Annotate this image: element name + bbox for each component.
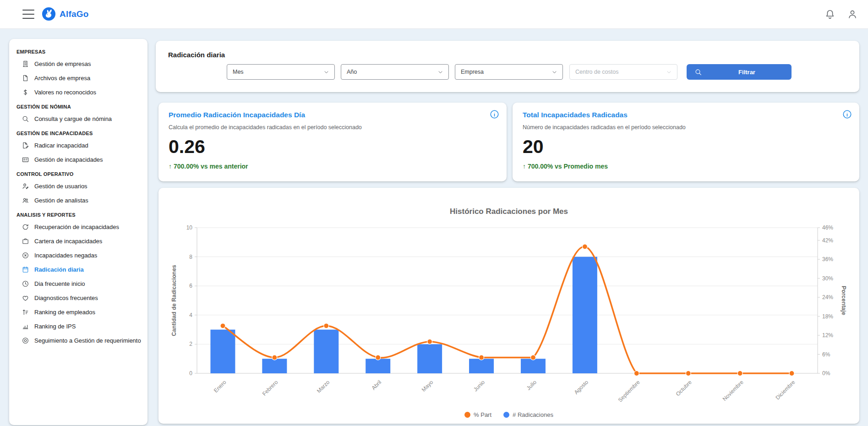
filtrar-button[interactable]: Filtrar <box>687 64 792 80</box>
legend-label: # Radicaciones <box>513 411 553 418</box>
sidebar-item-valores-no-reconocidos[interactable]: Valores no reconocidos <box>9 85 147 99</box>
search-icon <box>694 68 718 76</box>
hamburger-menu-icon[interactable] <box>22 10 34 19</box>
sidebar-item-gestion-de-usuarios[interactable]: Gestión de usuarios <box>9 179 147 193</box>
sidebar: EMPRESASGestión de empresasArchivos de e… <box>9 39 147 425</box>
clock-icon <box>22 280 29 288</box>
sidebar-item-label: Radicar incapacidad <box>34 142 88 149</box>
users-icon <box>22 197 29 204</box>
kpi-delta: ↑ 700.00% vs Promedio mes <box>523 163 608 170</box>
sidebar-item-label: Gestión de analistas <box>34 197 88 204</box>
legend-dot-icon <box>503 412 509 418</box>
sidebar-item-seguimiento-a-gestion-de-requerimiento[interactable]: Seguimiento a Gestión de requerimiento <box>9 333 147 348</box>
sidebar-item-diagnosticos-frecuentes[interactable]: Diagnosticos frecuentes <box>9 291 147 305</box>
sidebar-item-radicacion-diaria[interactable]: Radicación diaria <box>9 262 147 277</box>
sidebar-item-label: Gestión de incapacidades <box>34 156 103 163</box>
empresa-select[interactable]: Empresa <box>455 64 563 80</box>
heart-icon <box>22 294 29 302</box>
sidebar-item-label: Seguimiento a Gestión de requerimiento <box>34 337 141 344</box>
sidebar-item-label: Diagnosticos frecuentes <box>34 295 98 301</box>
empresa-select-value: Empresa <box>461 69 484 75</box>
user-avatar-icon[interactable] <box>847 9 858 20</box>
sidebar-item-label: Cartera de incapacidades <box>34 238 102 245</box>
sidebar-item-consulta-y-cargue-de-nomina[interactable]: Consulta y cargue de nómina <box>9 112 147 126</box>
sidebar-item-label: Ranking de empleados <box>34 309 95 316</box>
id-card-icon <box>22 156 29 164</box>
sidebar-item-recuperacion-de-incapacidades[interactable]: Recuperación de incapacidades <box>9 220 147 234</box>
info-icon[interactable] <box>842 109 852 120</box>
svg-text:8: 8 <box>189 254 192 260</box>
sidebar-item-label: Ranking de IPS <box>34 323 76 330</box>
sidebar-section-control-operativo: CONTROL OPERATIVO <box>9 167 147 179</box>
sidebar-item-archivos-de-empresa[interactable]: Archivos de empresa <box>9 71 147 85</box>
sidebar-item-label: Recuperación de incapacidades <box>34 224 119 230</box>
bar-chart-icon <box>22 322 29 330</box>
legend-item-part[interactable]: % Part <box>464 411 491 418</box>
search-icon <box>22 115 29 123</box>
sidebar-section-gestion-de-incapacidades: GESTIÓN DE INCAPACIDADES <box>9 126 147 138</box>
svg-text:30%: 30% <box>822 275 833 282</box>
svg-text:Febrero: Febrero <box>261 379 279 397</box>
calendar-icon <box>22 266 29 273</box>
file-icon <box>22 74 29 82</box>
sidebar-item-incapacidades-negadas[interactable]: Incapacidades negadas <box>9 248 147 262</box>
filtrar-button-label: Filtrar <box>718 69 792 76</box>
svg-text:Enero: Enero <box>213 379 228 394</box>
ano-select[interactable]: Año <box>341 64 449 80</box>
sidebar-item-label: Archivos de empresa <box>34 75 90 82</box>
centro-de-costos-placeholder: Centro de costos <box>575 69 619 75</box>
mes-select-value: Mes <box>233 69 244 75</box>
dollar-icon <box>22 88 29 96</box>
sidebar-item-dia-frecuente-inicio[interactable]: Dia frecuente inicio <box>9 277 147 291</box>
svg-text:10: 10 <box>186 224 193 231</box>
svg-text:6: 6 <box>189 283 192 289</box>
svg-text:Junio: Junio <box>472 379 486 393</box>
sidebar-item-label: Dia frecuente inicio <box>34 280 85 287</box>
building-icon <box>22 60 29 68</box>
sidebar-item-cartera-de-incapacidades[interactable]: Cartera de incapacidades <box>9 234 147 248</box>
legend-item-radicaciones[interactable]: # Radicaciones <box>503 411 553 418</box>
kpi-title: Promedio Radicación Incapacidades Día <box>169 111 305 119</box>
chevron-down-icon <box>323 69 330 76</box>
file-edit-icon <box>22 142 29 149</box>
centro-de-costos-select: Centro de costos <box>569 64 677 80</box>
circle-x-icon <box>22 251 29 259</box>
kpi-card-promedio: Promedio Radicación Incapacidades Día Ca… <box>158 103 507 181</box>
topbar: AlfaGo <box>0 0 868 29</box>
chevron-down-icon <box>666 69 672 76</box>
svg-text:Abril: Abril <box>370 379 382 391</box>
svg-text:0: 0 <box>189 370 192 377</box>
svg-text:0%: 0% <box>822 370 830 377</box>
briefcase-icon <box>22 237 29 245</box>
svg-text:18%: 18% <box>822 313 833 320</box>
info-icon[interactable] <box>489 109 500 120</box>
sidebar-item-ranking-de-empleados[interactable]: Ranking de empleados <box>9 305 147 319</box>
sidebar-item-ranking-de-ips[interactable]: Ranking de IPS <box>9 319 147 333</box>
svg-text:2: 2 <box>189 341 192 347</box>
notifications-bell-icon[interactable] <box>824 9 835 20</box>
filter-panel: Radicación diaria Mes Año Empresa Centro… <box>156 41 859 92</box>
sidebar-item-gestion-de-empresas[interactable]: Gestión de empresas <box>9 57 147 71</box>
svg-text:Agosto: Agosto <box>573 379 590 396</box>
sidebar-item-gestion-de-incapacidades[interactable]: Gestión de incapacidades <box>9 153 147 167</box>
kpi-title: Total Incapacidades Radicadas <box>523 111 628 119</box>
sidebar-item-label: Gestión de empresas <box>34 60 91 67</box>
svg-text:Diciembre: Diciembre <box>775 379 797 401</box>
sidebar-item-label: Radicación diaria <box>34 266 84 273</box>
svg-text:Marzo: Marzo <box>316 379 331 394</box>
sidebar-item-radicar-incapacidad[interactable]: Radicar incapacidad <box>9 138 147 153</box>
mes-select[interactable]: Mes <box>227 64 335 80</box>
kpi-value: 20 <box>523 137 544 157</box>
kpi-subtitle: Calcula el promedio de incapacidades rad… <box>169 124 362 131</box>
svg-text:6%: 6% <box>822 351 830 358</box>
chart-legend: % Part# Radicaciones <box>158 411 859 418</box>
sidebar-item-gestion-de-analistas[interactable]: Gestión de analistas <box>9 193 147 208</box>
svg-text:Cantidad de Radicaciones: Cantidad de Radicaciones <box>171 265 177 336</box>
sidebar-item-label: Gestión de usuarios <box>34 183 87 190</box>
svg-text:24%: 24% <box>822 294 833 300</box>
ano-select-value: Año <box>347 69 357 75</box>
svg-text:Noviembre: Noviembre <box>721 379 745 402</box>
sidebar-item-label: Valores no reconocidos <box>34 89 96 96</box>
sidebar-section-empresas: EMPRESAS <box>9 44 147 57</box>
refresh-icon <box>22 223 29 231</box>
